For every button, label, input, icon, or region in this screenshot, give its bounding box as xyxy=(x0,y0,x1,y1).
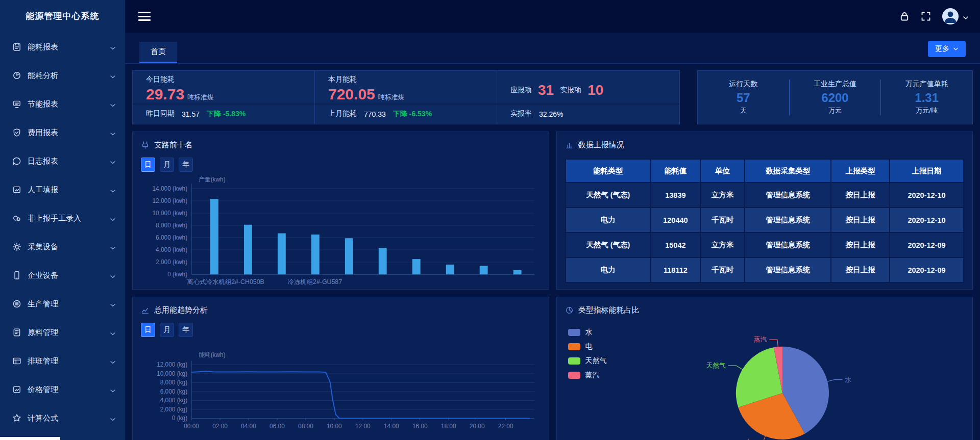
kpi-value: 720.05 xyxy=(328,86,375,103)
more-button-label: 更多 xyxy=(935,44,949,54)
legend-item-电[interactable]: 电 xyxy=(568,342,607,351)
svg-text:2,000 (kwh): 2,000 (kwh) xyxy=(156,258,187,266)
svg-text:8,000 (kg): 8,000 (kg) xyxy=(160,379,188,386)
sidebar-item-5[interactable]: 人工填报 xyxy=(0,175,125,204)
pie-legend: 水电天然气蒸汽 xyxy=(568,328,607,385)
panel-title: 总用能趋势分析 xyxy=(154,305,208,315)
menu-toggle-icon[interactable] xyxy=(138,12,151,21)
app-root: 能源管理中心系统 能耗报表能耗分析节能报表费用报表日志报表人工填报非上报手工录入… xyxy=(0,0,980,440)
svg-text:14,000 (kwh): 14,000 (kwh) xyxy=(152,185,187,192)
material-icon xyxy=(12,328,21,337)
sidebar-item-2[interactable]: 节能报表 xyxy=(0,90,125,118)
svg-text:12,000 (kwh): 12,000 (kwh) xyxy=(152,197,187,204)
panel-title: 支路前十名 xyxy=(154,140,192,150)
dashboard-content: 今日能耗 29.73吨标准煤 本月能耗 720.05吨标准煤 应报项 31 实报… xyxy=(125,64,980,440)
svg-text:产量(kwh): 产量(kwh) xyxy=(199,176,226,183)
sidebar-item-label: 企业设备 xyxy=(28,271,110,280)
main-area: 首页 更多 今日能耗 29.73吨标准煤 本月能耗 720.05吨标准煤 xyxy=(125,0,980,440)
legend-item-水[interactable]: 水 xyxy=(568,328,607,337)
sidebar-item-label: 费用报表 xyxy=(28,128,110,138)
chevron-down-icon xyxy=(110,72,116,79)
compare-value: 31.57 xyxy=(182,110,200,118)
legend-label: 天然气 xyxy=(585,356,607,366)
sidebar-item-7[interactable]: 采集设备 xyxy=(0,232,125,261)
chevron-down-icon xyxy=(110,44,116,50)
kpi-value: 29.73 xyxy=(146,86,184,103)
period-tab-年[interactable]: 年 xyxy=(179,158,193,172)
shift-icon xyxy=(12,356,21,366)
chevron-down-icon xyxy=(110,244,116,250)
chevron-down-icon xyxy=(110,329,116,335)
table-header-cell: 能耗值 xyxy=(651,160,700,182)
table-row: 天然气 (气态)13839立方米管理信息系统按日上报2020-12-10 xyxy=(566,183,964,207)
bar-period-tabs: 日月年 xyxy=(141,158,541,172)
sidebar-item-label: 采集设备 xyxy=(28,242,110,252)
gear-icon xyxy=(12,242,21,251)
svg-text:12:00: 12:00 xyxy=(355,423,371,430)
table-header-cell: 单位 xyxy=(701,160,744,182)
sidebar-item-3[interactable]: 费用报表 xyxy=(0,118,125,147)
sidebar-item-6[interactable]: 非上报手工录入 xyxy=(0,204,125,232)
app-title: 能源管理中心系统 xyxy=(0,0,125,33)
legend-item-蒸汽[interactable]: 蒸汽 xyxy=(568,371,607,380)
sidebar-item-8[interactable]: 企业设备 xyxy=(0,261,125,290)
tab-home[interactable]: 首页 xyxy=(139,42,177,63)
sidebar-item-label: 原料管理 xyxy=(28,328,110,338)
rate-value: 32.26% xyxy=(539,110,563,118)
period-tab-月[interactable]: 月 xyxy=(160,323,174,337)
manual-fill-icon xyxy=(12,185,21,194)
legend-item-天然气[interactable]: 天然气 xyxy=(568,356,607,366)
charts-grid: 支路前十名 日月年 0 (kwh)2,000 (kwh)4,000 (kwh)6… xyxy=(132,132,973,440)
manual-entry-icon xyxy=(12,214,21,223)
sidebar-item-11[interactable]: 排班管理 xyxy=(0,347,125,375)
panel-title: 类型指标能耗占比 xyxy=(578,305,640,315)
table-header-cell: 上报类型 xyxy=(831,160,889,182)
fullscreen-icon[interactable] xyxy=(921,11,931,21)
legend-swatch xyxy=(568,343,580,350)
avatar[interactable] xyxy=(942,8,959,24)
sidebar-item-label: 计算公式 xyxy=(28,413,110,423)
sidebar-item-label: 能耗报表 xyxy=(28,42,110,52)
line-period-tabs: 日月年 xyxy=(141,323,541,337)
analysis-icon xyxy=(12,71,21,80)
stats-card: 运行天数 57 天 工业生产总值 6200 万元 万元产值单耗 1.31 万元/… xyxy=(697,70,973,124)
sidebar-item-1[interactable]: 能耗分析 xyxy=(0,61,125,90)
sidebar-item-9[interactable]: 生产管理 xyxy=(0,290,125,318)
user-caret-down-icon[interactable] xyxy=(963,13,969,19)
star-icon xyxy=(12,413,21,423)
table-header-cell: 数据采集类型 xyxy=(745,160,830,182)
sidebar-item-12[interactable]: 价格管理 xyxy=(0,375,125,404)
kpi-row: 今日能耗 29.73吨标准煤 本月能耗 720.05吨标准煤 应报项 31 实报… xyxy=(132,70,973,124)
svg-text:10,000 (kg): 10,000 (kg) xyxy=(157,370,187,377)
period-tab-日[interactable]: 日 xyxy=(141,323,155,337)
sidebar: 能源管理中心系统 能耗报表能耗分析节能报表费用报表日志报表人工填报非上报手工录入… xyxy=(0,0,125,440)
sidebar-item-10[interactable]: 原料管理 xyxy=(0,318,125,347)
kpi-card: 今日能耗 29.73吨标准煤 本月能耗 720.05吨标准煤 应报项 31 实报… xyxy=(132,70,680,124)
sidebar-item-label: 生产管理 xyxy=(28,299,110,309)
stat-running-days: 运行天数 57 天 xyxy=(698,80,789,115)
lock-icon[interactable] xyxy=(899,11,910,21)
svg-text:16:00: 16:00 xyxy=(412,423,428,430)
sidebar-item-0[interactable]: 能耗报表 xyxy=(0,33,125,61)
panel-energy-trend: 总用能趋势分析 日月年 0 (kg)2,000 (kg)4,000 (kg)6,… xyxy=(132,297,549,440)
pie-chart-icon xyxy=(565,306,574,315)
due-value: 31 xyxy=(538,82,554,98)
pie-area: 水电天然气蒸汽 水电天然气蒸汽 xyxy=(565,317,965,440)
stat-unit-consumption: 万元产值单耗 1.31 万元/吨 xyxy=(880,80,972,115)
more-button[interactable]: 更多 xyxy=(928,41,966,57)
sidebar-item-13[interactable]: 计算公式 xyxy=(0,404,125,432)
svg-text:10,000 (kwh): 10,000 (kwh) xyxy=(152,210,187,217)
svg-text:02:00: 02:00 xyxy=(212,423,228,430)
stat-industrial-output: 工业生产总值 6200 万元 xyxy=(789,80,881,115)
svg-text:18:00: 18:00 xyxy=(441,423,456,430)
period-tab-年[interactable]: 年 xyxy=(179,323,193,337)
period-tab-月[interactable]: 月 xyxy=(160,158,174,172)
svg-text:06:00: 06:00 xyxy=(270,423,285,430)
trend-label: 下降 xyxy=(207,110,221,118)
chevron-down-icon xyxy=(110,158,116,164)
price-icon xyxy=(12,385,21,394)
sidebar-item-4[interactable]: 日志报表 xyxy=(0,147,125,175)
period-tab-日[interactable]: 日 xyxy=(141,158,155,172)
production-icon xyxy=(12,299,21,308)
svg-text:4,000 (kwh): 4,000 (kwh) xyxy=(156,246,187,253)
